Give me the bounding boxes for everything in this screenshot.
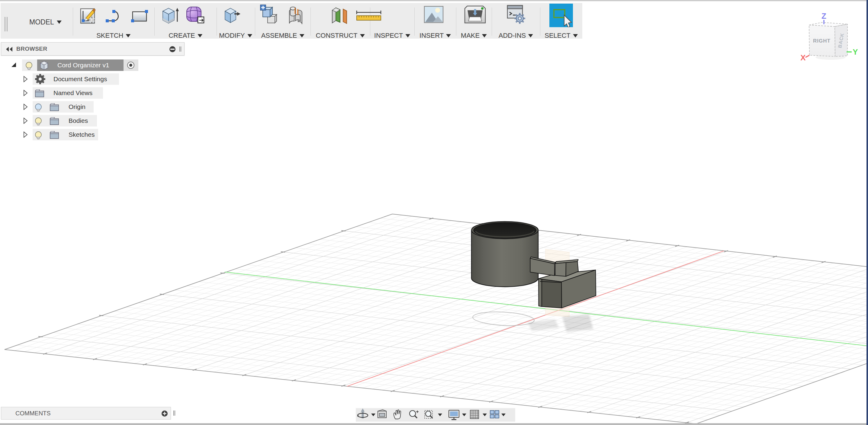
- svg-text:Y: Y: [852, 47, 858, 57]
- svg-text:Named Views: Named Views: [54, 89, 92, 96]
- svg-text:Document Settings: Document Settings: [54, 75, 107, 83]
- svg-text:Sketches: Sketches: [68, 131, 95, 138]
- svg-text:Bodies: Bodies: [68, 117, 88, 124]
- svg-text:Z: Z: [822, 11, 826, 21]
- svg-text:RIGHT: RIGHT: [813, 38, 831, 44]
- svg-text:Origin: Origin: [68, 103, 86, 110]
- svg-text:X: X: [800, 53, 806, 62]
- svg-text:Cord Organizer v1: Cord Organizer v1: [57, 62, 109, 68]
